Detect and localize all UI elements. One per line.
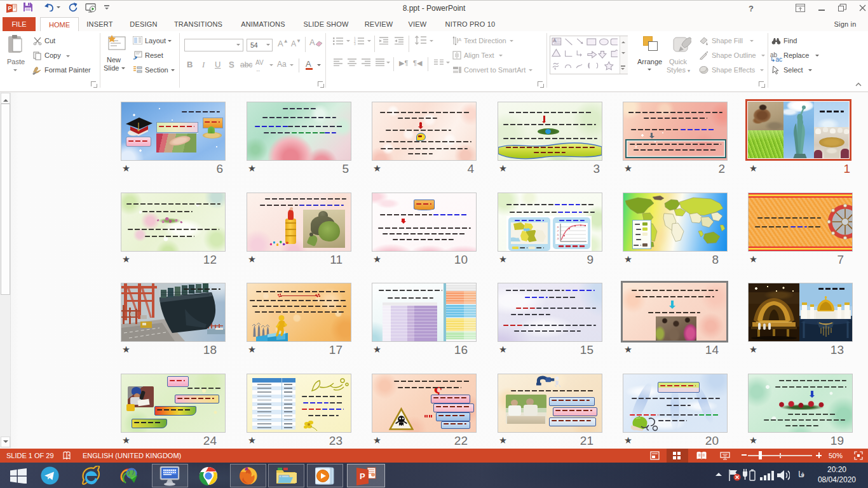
svg-text:A: A (553, 38, 556, 43)
svg-text:.9: .9 (557, 226, 559, 229)
svg-text:.7: .7 (557, 229, 559, 233)
svg-text:3: 3 (354, 42, 356, 45)
svg-text:.3: .3 (557, 237, 559, 240)
svg-text:.5: .5 (557, 233, 559, 236)
svg-text:P: P (360, 471, 365, 481)
svg-text:A: A (458, 37, 461, 43)
